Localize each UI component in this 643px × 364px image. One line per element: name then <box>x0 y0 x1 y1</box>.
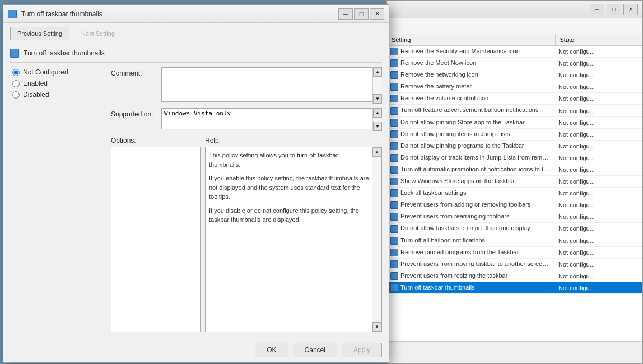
bg-maximize-button[interactable]: □ <box>607 4 621 15</box>
col-header-state: State <box>555 34 642 46</box>
dialog-title-icon <box>8 10 17 18</box>
table-cell-state: Not configu... <box>555 258 642 270</box>
table-row[interactable]: Remove the Meet Now iconNot configu... <box>387 58 642 69</box>
table-row[interactable]: Turn off all balloon notificationsNot co… <box>387 235 642 246</box>
table-row[interactable]: Prevent users from moving taskbar to ano… <box>387 258 642 270</box>
table-cell-state: Not configu... <box>555 128 642 140</box>
help-section: Help: This policy setting allows you to … <box>205 137 382 332</box>
table-cell-state: Not configu... <box>555 270 642 282</box>
table-cell-state: Not configu... <box>555 199 642 211</box>
comment-textarea[interactable] <box>161 67 382 102</box>
dialog-nav: Previous Setting Next Setting <box>3 23 389 44</box>
table-row[interactable]: Remove the battery meterNot configu... <box>387 81 642 93</box>
policy-icon <box>390 272 398 280</box>
table-row[interactable]: Remove the Security and Maintenance icon… <box>387 46 642 58</box>
table-cell-name: Remove the battery meter <box>387 81 555 93</box>
setting-title-icon <box>10 49 19 58</box>
supported-scroll-track <box>373 118 382 122</box>
supported-textarea <box>161 108 382 129</box>
table-cell-state: Not configu... <box>555 105 642 116</box>
table-cell-state: Not configu... <box>555 164 642 175</box>
radio-not-configured-label: Not Configured <box>23 68 68 76</box>
table-row[interactable]: Prevent users from adding or removing to… <box>387 199 642 211</box>
policy-table: Setting State Remove the Security and Ma… <box>387 34 642 294</box>
help-scroll-up[interactable]: ▲ <box>372 147 381 157</box>
maximize-button[interactable]: □ <box>354 8 369 20</box>
policy-icon <box>390 48 398 55</box>
close-button[interactable]: ✕ <box>370 8 384 20</box>
policy-icon <box>390 213 398 221</box>
bg-window-footer <box>387 341 642 363</box>
policy-icon <box>390 154 398 162</box>
radio-not-configured[interactable]: Not Configured <box>10 67 111 77</box>
dialog-footer: OK Cancel Apply <box>3 337 389 362</box>
policy-icon <box>390 178 398 185</box>
supported-scrollbar: ▲ ▼ <box>372 108 382 131</box>
table-cell-state: Not configu... <box>555 235 642 246</box>
apply-button[interactable]: Apply <box>342 343 382 357</box>
supported-scroll-down[interactable]: ▼ <box>373 122 382 131</box>
dialog-body: Turn off taskbar thumbnails Not Configur… <box>3 44 389 337</box>
bg-minimize-button[interactable]: ─ <box>590 4 604 15</box>
radio-disabled-input[interactable] <box>12 91 20 99</box>
table-row[interactable]: Prevent users from rearranging toolbarsN… <box>387 211 642 223</box>
next-setting-button[interactable]: Next Setting <box>74 27 122 40</box>
policy-icon <box>390 142 398 150</box>
table-row[interactable]: Turn off taskbar thumbnailsNot configu..… <box>387 282 642 293</box>
table-cell-name: Do not allow taskbars on more than one d… <box>387 223 555 235</box>
table-cell-name: Show Windows Store apps on the taskbar <box>387 176 555 188</box>
table-row[interactable]: Do not allow pinning Store app to the Ta… <box>387 116 642 128</box>
table-cell-name: Remove the networking icon <box>387 69 555 81</box>
table-row[interactable]: Turn off automatic promotion of notifica… <box>387 164 642 175</box>
table-cell-name: Do not allow pinning Store app to the Ta… <box>387 116 555 128</box>
minimize-button[interactable]: ─ <box>338 8 353 20</box>
radio-enabled-input[interactable] <box>12 80 20 87</box>
radio-disabled[interactable]: Disabled <box>10 90 111 100</box>
options-section: Options: <box>111 137 201 332</box>
comment-scroll-track <box>373 77 382 94</box>
table-cell-name: Do not allow pinning items in Jump Lists <box>387 128 555 140</box>
help-label: Help: <box>205 137 382 144</box>
table-cell-name: Prevent users from resizing the taskbar <box>387 270 555 282</box>
comment-scrollbar: ▲ ▼ <box>372 67 382 104</box>
table-row[interactable]: Do not display or track items in Jump Li… <box>387 152 642 164</box>
help-box: This policy setting allows you to turn o… <box>205 147 382 332</box>
setting-title-row: Turn off taskbar thumbnails <box>10 49 382 63</box>
radio-not-configured-input[interactable] <box>12 69 20 76</box>
table-row[interactable]: Do not allow pinning items in Jump Lists… <box>387 128 642 140</box>
table-row[interactable]: Prevent users from resizing the taskbarN… <box>387 270 642 282</box>
dialog-window: Turn off taskbar thumbnails ─ □ ✕ Previo… <box>3 4 389 363</box>
policy-icon <box>390 260 398 268</box>
table-row[interactable]: Show Windows Store apps on the taskbarNo… <box>387 176 642 188</box>
table-cell-name: Turn off feature advertisement balloon n… <box>387 105 555 116</box>
radio-enabled[interactable]: Enabled <box>10 78 111 88</box>
table-row[interactable]: Turn off feature advertisement balloon n… <box>387 105 642 116</box>
policy-icon <box>390 71 398 79</box>
comment-scroll-up[interactable]: ▲ <box>373 67 382 77</box>
help-text-3: If you disable or do not configure this … <box>209 206 370 225</box>
col-header-setting: Setting <box>387 34 555 46</box>
bg-window-content: Setting State Remove the Security and Ma… <box>387 34 642 341</box>
table-row[interactable]: Do not allow taskbars on more than one d… <box>387 223 642 235</box>
help-scroll-down[interactable]: ▼ <box>372 322 381 332</box>
ok-button[interactable]: OK <box>255 343 288 357</box>
table-row[interactable]: Remove pinned programs from the TaskbarN… <box>387 246 642 258</box>
table-cell-state: Not configu... <box>555 152 642 164</box>
table-cell-name: Prevent users from adding or removing to… <box>387 199 555 211</box>
bg-close-button[interactable]: ✕ <box>623 4 638 15</box>
prev-setting-button[interactable]: Previous Setting <box>10 27 69 40</box>
policy-icon <box>390 166 398 174</box>
table-cell-name: Remove the Security and Maintenance icon <box>387 46 555 58</box>
table-cell-name: Prevent users from moving taskbar to ano… <box>387 258 555 270</box>
policy-icon <box>390 201 398 209</box>
cancel-button[interactable]: Cancel <box>293 343 337 357</box>
comment-scroll-down[interactable]: ▼ <box>373 94 382 104</box>
table-cell-state: Not configu... <box>555 246 642 258</box>
table-row[interactable]: Lock all taskbar settingsNot configu... <box>387 188 642 199</box>
supported-scroll-up[interactable]: ▲ <box>373 108 382 118</box>
dialog-titlebar: Turn off taskbar thumbnails ─ □ ✕ <box>3 5 389 23</box>
table-row[interactable]: Remove the volume control iconNot config… <box>387 93 642 105</box>
table-row[interactable]: Do not allow pinning programs to the Tas… <box>387 140 642 152</box>
options-help-row: Options: Help: This policy setting allow… <box>111 137 382 332</box>
table-row[interactable]: Remove the networking iconNot configu... <box>387 69 642 81</box>
